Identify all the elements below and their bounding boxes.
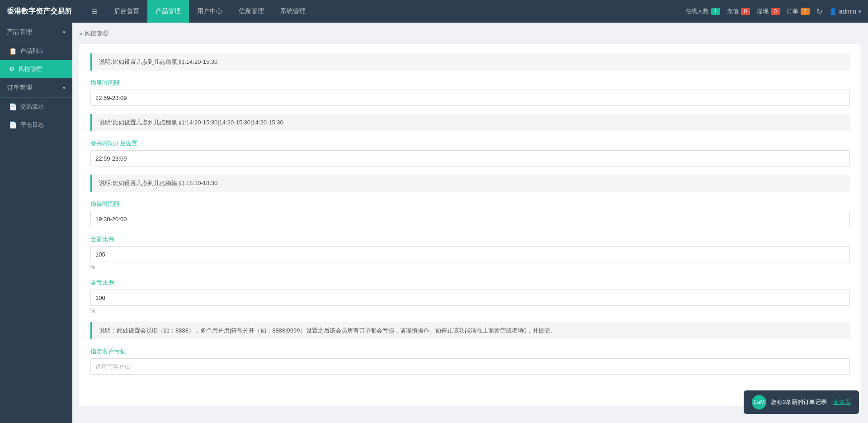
breadcrumb: » 风控管理 xyxy=(79,29,861,38)
notif-avatar: EaM xyxy=(752,395,766,409)
top-navigation: 香港数字资产交易所 ☰ 后台首页 产品管理 用户中心 信息管理 系统管理 在线人… xyxy=(0,0,868,23)
nav-item-product[interactable]: 产品管理 xyxy=(147,0,189,23)
stat-online: 在线人数 1 xyxy=(685,7,720,15)
notification-bar: EaM 您有2条新的订单记录, 速查看 xyxy=(744,390,859,414)
chevron-icon: ▾ xyxy=(63,29,66,35)
form-group-buy-time: 参买时间开启设置 xyxy=(90,139,850,166)
form-group-win-ratio: 全赢比例 % xyxy=(90,235,850,271)
nav-right-stats: 在线人数 1 充值 0 提现 0 订单 2 ↻ 👤 admin ▾ xyxy=(685,7,861,16)
risk-control-icon: ⚙ xyxy=(9,66,15,73)
notification-link[interactable]: 速查看 xyxy=(833,398,851,406)
nav-menu-icon[interactable]: ☰ xyxy=(84,0,106,23)
refresh-icon[interactable]: ↻ xyxy=(816,7,822,16)
stat-order: 订单 2 xyxy=(787,7,810,15)
sidebar-group-order[interactable]: 订单管理 ▾ xyxy=(0,78,72,98)
input-buy-time[interactable] xyxy=(90,150,850,166)
stat-withdraw: 提现 0 xyxy=(757,7,780,15)
chevron-down-icon: ▾ xyxy=(859,9,861,14)
info-box-3: 说明:比如设置几点到几点稳输,如:18:10-18:30 xyxy=(90,175,850,192)
label-target-client: 指定客户亏损 xyxy=(90,347,850,356)
sidebar-item-product-list[interactable]: 📋 产品列表 xyxy=(0,42,72,60)
form-group-target-client: 指定客户亏损 xyxy=(90,347,850,375)
breadcrumb-current: 风控管理 xyxy=(85,29,108,38)
input-stable-lose-period[interactable] xyxy=(90,211,850,227)
input-lose-ratio[interactable] xyxy=(90,290,850,306)
label-buy-time: 参买时间开启设置 xyxy=(90,139,850,147)
main-layout: 产品管理 ▾ 📋 产品列表 ⚙ 风控管理 订单管理 ▾ 📄 交易流水 📄 平仓日… xyxy=(0,23,868,423)
sidebar: 产品管理 ▾ 📋 产品列表 ⚙ 风控管理 订单管理 ▾ 📄 交易流水 📄 平仓日… xyxy=(0,23,72,423)
label-win-ratio: 全赢比例 xyxy=(90,235,850,243)
recharge-badge: 0 xyxy=(741,8,750,15)
withdraw-badge: 0 xyxy=(771,8,780,15)
sidebar-group-product[interactable]: 产品管理 ▾ xyxy=(0,23,72,42)
chevron-icon-2: ▾ xyxy=(63,85,66,91)
sidebar-item-trade-flow[interactable]: 📄 交易流水 xyxy=(0,98,72,116)
product-list-icon: 📋 xyxy=(9,48,17,55)
form-group-lose-ratio: 全亏比例 % xyxy=(90,279,850,314)
nav-item-info[interactable]: 信息管理 xyxy=(231,0,272,23)
admin-menu[interactable]: 👤 admin ▾ xyxy=(829,8,861,15)
label-lose-ratio: 全亏比例 xyxy=(90,279,850,287)
info-box-2: 说明:比如设置几点到几点稳赢,如:14:20-15:30|14:20-15:30… xyxy=(90,114,850,131)
input-stable-win-period[interactable] xyxy=(90,90,850,106)
online-badge: 1 xyxy=(711,8,720,15)
lose-ratio-unit: % xyxy=(90,308,850,314)
input-target-client[interactable] xyxy=(90,358,850,375)
order-badge: 2 xyxy=(801,8,810,15)
nav-item-home[interactable]: 后台首页 xyxy=(106,0,147,23)
sidebar-item-risk-control[interactable]: ⚙ 风控管理 xyxy=(0,60,72,78)
nav-item-system[interactable]: 系统管理 xyxy=(272,0,314,23)
content-card: 说明:比如设置几点到几点稳赢,如:14:20-15:30 稳赢时间段 说明:比如… xyxy=(79,44,861,406)
form-group-stable-win-period: 稳赢时间段 xyxy=(90,79,850,106)
win-ratio-unit: % xyxy=(90,264,850,271)
main-content: » 风控管理 说明:比如设置几点到几点稳赢,如:14:20-15:30 稳赢时间… xyxy=(72,23,868,423)
trade-flow-icon: 📄 xyxy=(9,103,17,110)
app-logo: 香港数字资产交易所 xyxy=(7,7,75,16)
label-stable-win-period: 稳赢时间段 xyxy=(90,79,850,87)
input-win-ratio[interactable] xyxy=(90,246,850,262)
info-box-1: 说明:比如设置几点到几点稳赢,如:14:20-15:30 xyxy=(90,53,850,71)
stat-recharge: 充值 0 xyxy=(727,7,750,15)
label-stable-lose-period: 稳输时间段 xyxy=(90,200,850,208)
sidebar-item-close-log[interactable]: 📄 平仓日志 xyxy=(0,116,72,134)
nav-item-user[interactable]: 用户中心 xyxy=(189,0,231,23)
admin-icon: 👤 xyxy=(829,8,837,15)
nav-menu: ☰ 后台首页 产品管理 用户中心 信息管理 系统管理 xyxy=(84,0,685,23)
form-group-stable-lose-period: 稳输时间段 xyxy=(90,200,850,227)
notification-text: 您有2条新的订单记录, xyxy=(771,398,829,406)
close-log-icon: 📄 xyxy=(9,121,17,128)
breadcrumb-separator: » xyxy=(79,30,82,37)
info-box-4: 说明：此处设置会员ID（如：8888），多个用户用|符号分开（如：8888|99… xyxy=(90,322,850,339)
